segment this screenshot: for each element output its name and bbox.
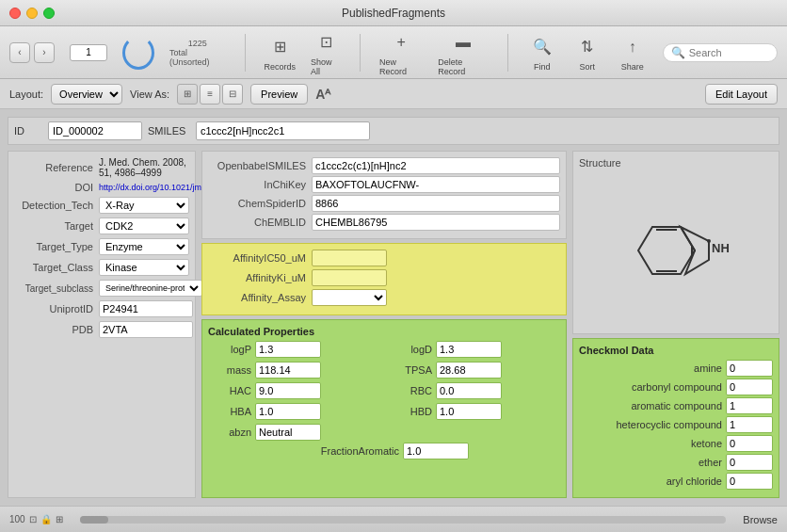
edit-layout-button[interactable]: Edit Layout — [705, 84, 778, 105]
logd-input[interactable] — [436, 341, 502, 358]
logp-row: logP — [208, 341, 379, 358]
layout-select[interactable]: Overview — [51, 84, 122, 105]
fraction-row: FractionAromatic — [208, 443, 560, 459]
assay-select[interactable] — [312, 289, 387, 306]
amine-input[interactable] — [726, 360, 773, 377]
hba-input[interactable] — [255, 403, 321, 420]
sort-label: Sort — [579, 62, 595, 72]
browse-mode: Browse — [743, 514, 778, 525]
ketone-row: ketone — [579, 435, 773, 452]
abzn-row: abzn — [208, 424, 560, 441]
target-subclass-row: Target_subclass Serine/threonine-protein… — [14, 280, 189, 297]
share-label: Share — [621, 62, 644, 72]
form-view-button[interactable]: ⊞ — [177, 84, 198, 105]
record-number-input[interactable] — [70, 44, 107, 61]
minimize-button[interactable] — [26, 8, 38, 19]
hac-row: HAC — [208, 382, 379, 399]
uniprot-label: UniprotID — [14, 303, 99, 314]
chemspider-input[interactable] — [312, 195, 560, 212]
molecule-svg: NH — [610, 194, 742, 307]
maximize-button[interactable] — [43, 8, 55, 19]
hbd-label: HBD — [389, 406, 436, 417]
smiles-input[interactable] — [196, 121, 370, 140]
detection-select[interactable]: X-Ray — [99, 197, 189, 214]
target-class-select[interactable]: Kinase — [99, 259, 189, 276]
divider-2 — [360, 34, 361, 72]
checkmol-section: Checkmol Data amine carbonyl compound ar… — [572, 338, 779, 498]
mass-row: mass — [208, 362, 379, 379]
ic50-input[interactable] — [312, 250, 387, 266]
close-button[interactable] — [9, 8, 21, 19]
chembl-label: ChEMBLID — [208, 217, 312, 228]
aromatic-input[interactable] — [726, 397, 773, 414]
hac-input[interactable] — [255, 382, 321, 399]
delete-record-icon: ▬ — [456, 34, 471, 51]
scrollbar[interactable] — [80, 516, 727, 524]
inchikey-input[interactable] — [312, 176, 560, 193]
id-input[interactable] — [48, 121, 142, 140]
find-label: Find — [534, 62, 551, 72]
heterocyclic-input[interactable] — [726, 416, 773, 433]
logd-row: logD — [389, 341, 560, 358]
find-section: 🔍 Find — [527, 34, 557, 72]
share-button[interactable]: ↑ — [618, 34, 648, 60]
find-button[interactable]: 🔍 — [527, 34, 557, 60]
status-bar: 100 ⊡ 🔒 ⊞ Browse — [0, 506, 787, 532]
aryl-chloride-input[interactable] — [726, 473, 773, 490]
chembl-input[interactable] — [312, 214, 560, 231]
layout-label: Layout: — [9, 89, 43, 100]
ether-input[interactable] — [726, 454, 773, 471]
fraction-input[interactable] — [403, 443, 469, 459]
target-select[interactable]: CDK2 — [99, 218, 189, 234]
carbonyl-input[interactable] — [726, 379, 773, 395]
carbonyl-row: carbonyl compound — [579, 379, 773, 395]
aromatic-label: aromatic compound — [631, 400, 722, 411]
table-view-button[interactable]: ⊟ — [222, 84, 243, 105]
hbd-input[interactable] — [436, 403, 502, 420]
show-all-button[interactable]: ⊡ — [311, 29, 341, 56]
target-subclass-select[interactable]: Serine/threonine-protein kinase — [99, 280, 202, 297]
records-label: Records — [265, 62, 297, 72]
structure-label: Structure — [579, 157, 773, 169]
pdb-row: PDB — [14, 321, 189, 338]
list-view-button[interactable]: ≡ — [200, 84, 220, 105]
id-smiles-row: ID SMILES — [8, 117, 779, 145]
inchikey-label: InChiKey — [208, 179, 312, 190]
preview-button[interactable]: Preview — [250, 84, 308, 105]
lock-icon: 🔒 — [40, 514, 52, 524]
records-button[interactable]: ⊞ — [265, 34, 295, 60]
show-all-icon: ⊡ — [320, 33, 332, 51]
record-counter — [70, 44, 107, 61]
nav-forward-button[interactable]: › — [34, 42, 55, 63]
heterocyclic-label: heterocyclic compound — [616, 419, 722, 430]
tpsa-input[interactable] — [436, 362, 502, 379]
new-record-button[interactable]: + — [386, 29, 416, 56]
hba-label: HBA — [208, 406, 255, 417]
window-controls[interactable] — [9, 8, 55, 19]
toolbar: ‹ › 1225 Total (Unsorted) ⊞ Records ⊡ Sh… — [0, 26, 787, 79]
sort-label: Total (Unsorted) — [169, 48, 226, 67]
aryl-chloride-label: aryl chloride — [667, 476, 722, 487]
target-type-select[interactable]: Enzyme — [99, 238, 189, 255]
sort-button[interactable]: ⇅ — [572, 34, 602, 60]
nav-back-button[interactable]: ‹ — [9, 42, 30, 63]
divider-1 — [245, 34, 246, 72]
delete-record-button[interactable]: ▬ — [448, 29, 478, 56]
detection-label: Detection_Tech — [14, 200, 99, 211]
calc-grid: logP logD mass TPSA — [208, 341, 560, 422]
amine-label: amine — [694, 363, 722, 374]
mass-input[interactable] — [255, 362, 321, 379]
uniprot-input[interactable] — [99, 300, 193, 317]
abzn-input[interactable] — [255, 424, 321, 441]
ki-input[interactable] — [312, 269, 387, 286]
calc-section: Calculated Properties logP logD mass — [201, 319, 567, 498]
ketone-input[interactable] — [726, 435, 773, 452]
pdb-input[interactable] — [99, 321, 193, 338]
openbabel-smiles-input[interactable] — [312, 157, 560, 174]
openbabel-section: OpenbabelSMILES InChiKey ChemSpiderID Ch… — [201, 151, 567, 239]
rbc-input[interactable] — [436, 382, 502, 399]
target-label: Target — [14, 220, 99, 232]
search-input[interactable] — [689, 47, 769, 58]
svg-marker-0 — [638, 227, 695, 274]
logp-input[interactable] — [255, 341, 321, 358]
